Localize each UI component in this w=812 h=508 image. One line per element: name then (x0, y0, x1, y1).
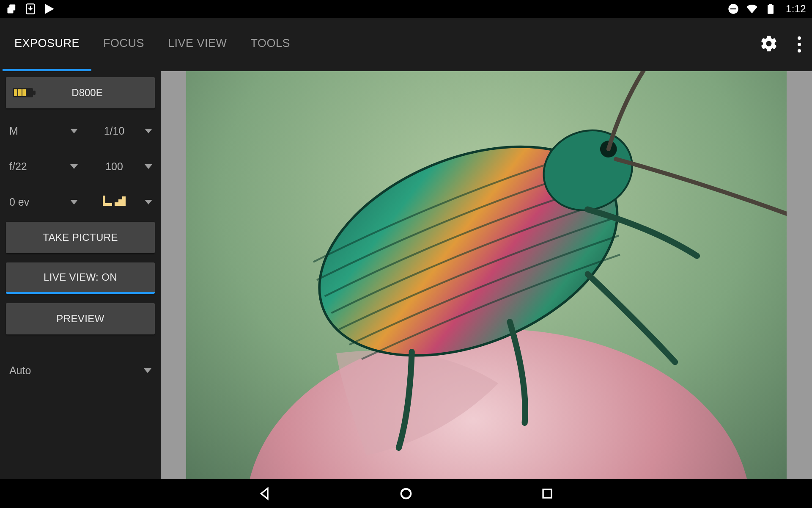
button-label: LIVE VIEW: ON (44, 271, 117, 283)
iso-value: 100 (80, 160, 145, 173)
mode-value: M (6, 125, 18, 137)
chevron-down-icon (145, 200, 152, 204)
tab-label: LIVE VIEW (168, 37, 227, 50)
android-nav-bar (0, 479, 812, 508)
tab-focus[interactable]: FOCUS (91, 18, 156, 71)
camera-model-label: D800E (43, 87, 155, 99)
shutter-selector[interactable]: 1/10 (80, 120, 155, 141)
battery-icon (765, 3, 776, 15)
ev-value: 0 ev (6, 196, 29, 208)
nav-home-button[interactable] (399, 486, 413, 501)
chevron-down-icon (144, 368, 151, 373)
overflow-menu-icon[interactable] (797, 35, 802, 54)
chevron-down-icon (145, 164, 152, 169)
tab-exposure[interactable]: EXPOSURE (3, 18, 91, 71)
nav-recent-button[interactable] (540, 486, 554, 501)
quality-selector[interactable] (80, 191, 155, 213)
nav-back-button[interactable] (258, 486, 272, 501)
svg-rect-1 (9, 5, 15, 11)
status-clock: 1:12 (786, 3, 806, 15)
tab-live-view[interactable]: LIVE VIEW (156, 18, 239, 71)
button-label: TAKE PICTURE (43, 232, 118, 243)
button-label: PREVIEW (56, 313, 104, 325)
tab-strip: EXPOSURE FOCUS LIVE VIEW TOOLS (3, 18, 760, 71)
camera-selector[interactable]: D800E (6, 77, 155, 108)
camera-battery-icon (13, 87, 36, 98)
exposure-sidebar: D800E M 1/10 f/22 100 0 ev (0, 71, 161, 479)
wifi-icon (746, 3, 758, 15)
svg-rect-5 (769, 4, 772, 5)
mode-selector[interactable]: M (6, 120, 80, 141)
svg-rect-8 (33, 91, 36, 95)
live-view-panel (161, 71, 812, 479)
chevron-down-icon (70, 164, 78, 169)
svg-rect-4 (730, 8, 736, 9)
screenshot-icon (6, 3, 18, 15)
quality-value (80, 196, 145, 208)
exposure-params: M 1/10 f/22 100 0 ev (6, 120, 155, 213)
live-view-image[interactable] (186, 71, 787, 479)
quality-icon (103, 196, 126, 206)
live-view-toggle-button[interactable]: LIVE VIEW: ON (6, 262, 155, 294)
play-store-icon (43, 3, 55, 15)
settings-icon[interactable] (760, 34, 778, 55)
dnd-icon (727, 3, 739, 15)
tab-label: TOOLS (251, 37, 291, 50)
tab-tools[interactable]: TOOLS (239, 18, 302, 71)
svg-rect-18 (543, 489, 551, 498)
preview-button[interactable]: PREVIEW (6, 303, 155, 334)
svg-point-17 (401, 489, 411, 499)
svg-rect-6 (768, 5, 774, 14)
focus-mode-value: Auto (9, 364, 31, 377)
chevron-down-icon (70, 200, 78, 204)
svg-rect-10 (18, 89, 22, 96)
aperture-value: f/22 (6, 160, 27, 173)
android-status-bar: 1:12 (0, 0, 812, 18)
download-icon (25, 3, 36, 15)
iso-selector[interactable]: 100 (80, 156, 155, 177)
chevron-down-icon (70, 129, 78, 133)
shutter-value: 1/10 (80, 125, 145, 137)
focus-mode-selector[interactable]: Auto (6, 360, 155, 381)
main-content: D800E M 1/10 f/22 100 0 ev (0, 71, 812, 479)
svg-rect-9 (14, 89, 17, 96)
aperture-selector[interactable]: f/22 (6, 156, 80, 177)
chevron-down-icon (145, 129, 152, 133)
app-bar: EXPOSURE FOCUS LIVE VIEW TOOLS (0, 18, 812, 71)
tab-label: EXPOSURE (14, 37, 80, 50)
tab-label: FOCUS (103, 37, 144, 50)
ev-selector[interactable]: 0 ev (6, 191, 80, 213)
take-picture-button[interactable]: TAKE PICTURE (6, 222, 155, 253)
svg-rect-11 (22, 89, 26, 96)
